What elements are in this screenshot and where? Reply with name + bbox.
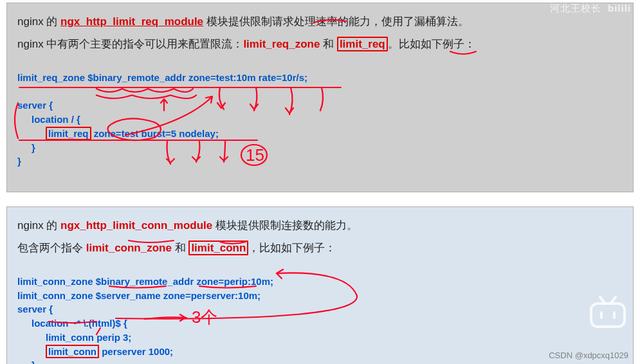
watermark-top-logo: bilili (608, 3, 631, 14)
p1-code-l1: limit_req_zone $binary_remote_addr zone=… (17, 72, 307, 83)
bilibili-tv-icon (587, 295, 628, 331)
p2-code-l7: } (17, 359, 35, 364)
p1-line2: nginx 中有两个主要的指令可以用来配置限流：limit_req_zone 和… (17, 35, 623, 55)
p2-line1: nginx 的 ngx_http_limit_conn_module 模块提供限… (17, 216, 623, 236)
p2-l1-t1: nginx 的 (17, 219, 60, 232)
p2-code-l6: limit_conn perserver 1000; (17, 346, 173, 357)
p2-code-block: limit_conn_zone $binary_remote_addr zone… (17, 260, 623, 364)
watermark-top-cn: 河北王校长 (550, 3, 601, 14)
p2-directive1: limit_conn_zone (86, 242, 172, 254)
p1-l1-t2: 模块提供限制请求处理速率的能力，使用了漏桶算法。 (203, 15, 469, 28)
p1-line1: nginx 的 ngx_http_limit_req_module 模块提供限制… (17, 12, 623, 32)
panel-limit-req: nginx 的 ngx_http_limit_req_module 模块提供限制… (6, 3, 634, 192)
p2-code-l3: server { (17, 304, 53, 314)
p1-l2-t2: 和 (320, 38, 336, 50)
p1-code-l5: } (17, 142, 35, 153)
panel-limit-conn: nginx 的 ngx_http_limit_conn_module 模块提供限… (6, 206, 634, 364)
p2-code-l4: location ~* \.(html)$ { (17, 318, 127, 329)
p1-directive2: limit_req (337, 37, 388, 51)
watermark-top: 河北王校长bilili (550, 3, 631, 15)
p1-code-l6: } (17, 156, 21, 167)
p1-module-name: ngx_http_limit_req_module (60, 15, 203, 28)
p2-code-l5: limit_conn perip 3; (17, 332, 131, 343)
p1-code-l2: server { (17, 100, 53, 111)
p2-directive2: limit_conn (188, 241, 248, 255)
p2-l2-t1: 包含两个指令 (17, 242, 86, 254)
p1-limit-req-box: limit_req (46, 127, 91, 140)
p2-l1-t2: 模块提供限制连接数的能力。 (212, 219, 358, 232)
watermark-bottom: CSDN @xdpcxq1029 (549, 350, 628, 360)
p2-l2-t2: 和 (172, 242, 188, 254)
p1-directive1: limit_req_zone (243, 38, 320, 50)
p2-l2-t3: ，比如如下例子： (248, 242, 336, 254)
p2-module-name: ngx_http_limit_conn_module (60, 219, 212, 232)
p1-code-l3: location / { (17, 114, 80, 125)
p2-line2: 包含两个指令 limit_conn_zone 和 limit_conn，比如如下… (17, 239, 623, 259)
p2-code-l2: limit_conn_zone $server_name zone=perser… (17, 290, 261, 301)
p2-code-l6-rest: perserver 1000; (99, 346, 173, 357)
p1-code-l4: limit_req zone=test burst=5 nodelay; (17, 128, 219, 139)
p1-l2-t3: 。比如如下例子： (388, 38, 475, 50)
svg-rect-0 (591, 304, 625, 327)
p1-code-block: limit_req_zone $binary_remote_addr zone=… (17, 57, 623, 183)
p1-l1-t1: nginx 的 (17, 15, 60, 28)
p1-l2-t1: nginx 中有两个主要的指令可以用来配置限流： (17, 38, 243, 50)
p2-code-l1: limit_conn_zone $binary_remote_addr zone… (17, 276, 273, 287)
p2-limit-conn-box: limit_conn (46, 345, 99, 358)
p1-code-l4-rest: zone=test burst=5 nodelay; (91, 128, 219, 139)
